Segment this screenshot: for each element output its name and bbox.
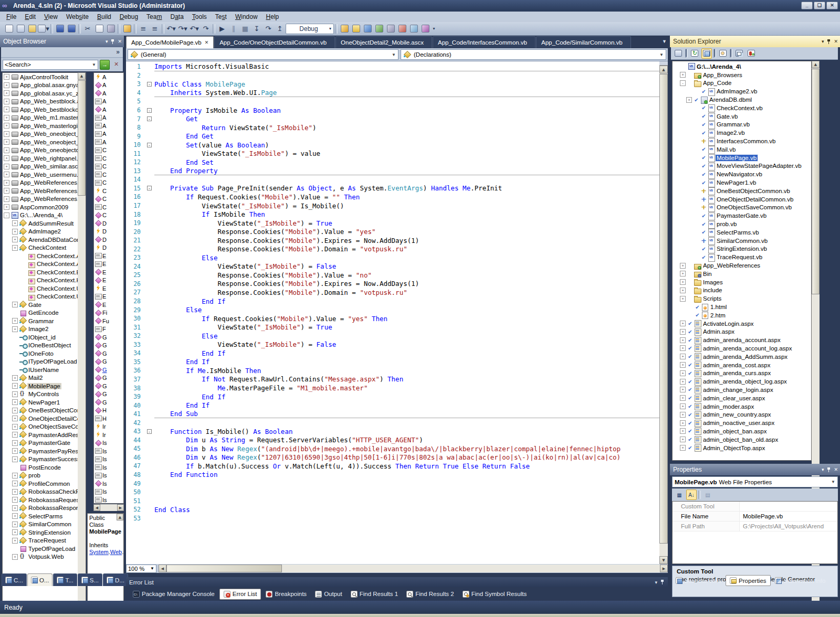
object-browser-member-item[interactable]: Fu	[94, 317, 123, 325]
object-browser-tree-item[interactable]: CheckContext.Hims	[3, 276, 86, 285]
object-browser-tree-item[interactable]: + CheckContext	[3, 244, 86, 252]
object-browser-member-item[interactable]: H	[94, 414, 123, 423]
link-system[interactable]: System	[89, 549, 109, 555]
expander-icon[interactable]	[694, 113, 699, 119]
object-browser-member-item[interactable]: D	[94, 244, 123, 252]
tool-window-tab[interactable]: Properties	[726, 575, 770, 586]
solution-explorer-item[interactable]: + admin_arenda_account.aspx	[673, 336, 811, 344]
link-ui[interactable]: UI	[123, 549, 124, 555]
object-browser-member-item[interactable]: Is	[94, 455, 123, 464]
view-code-icon[interactable]	[701, 48, 712, 59]
view-class-diagram-icon[interactable]	[718, 48, 728, 59]
properties-icon[interactable]	[673, 48, 684, 59]
code-text[interactable]: End If	[154, 358, 659, 367]
expander-icon[interactable]: -	[680, 80, 686, 86]
object-browser-member-item[interactable]: Is	[94, 496, 123, 504]
tool-window-tab[interactable]: D...	[103, 573, 128, 586]
navigate-backward-icon[interactable]: ↶▾	[188, 23, 200, 35]
object-browser-member-item[interactable]: A	[94, 122, 123, 130]
code-text[interactable]: ViewState("_IsMobile") = True	[154, 323, 659, 332]
expander-icon[interactable]	[687, 304, 693, 310]
object-browser-member-item[interactable]: E	[94, 276, 123, 285]
scroll-left-icon[interactable]: ◀	[159, 565, 166, 572]
expander-icon[interactable]: +	[680, 288, 686, 293]
expander-icon[interactable]: +	[680, 337, 686, 343]
expander-icon[interactable]: +	[680, 329, 686, 335]
solution-explorer-toolbar-button[interactable]	[713, 49, 716, 58]
members-dropdown[interactable]: (Declarations) ▼	[401, 49, 666, 60]
expander-icon[interactable]	[674, 63, 679, 69]
expander-icon[interactable]: +	[680, 403, 686, 409]
solution-explorer-item[interactable]: + admin_new_country.aspx	[673, 410, 811, 419]
expander-icon[interactable]	[694, 188, 699, 194]
zoom-level-dropdown[interactable]: 100 % ▼	[126, 565, 156, 573]
solution-explorer-item[interactable]: prob.vb	[673, 220, 811, 228]
object-browser-member-item[interactable]: G	[94, 398, 123, 407]
expander-icon[interactable]: +	[680, 420, 686, 426]
alphabetical-sort-icon[interactable]: A↓	[686, 490, 697, 500]
object-browser-tree-item[interactable]: + AjaxControlToolkit	[3, 73, 86, 81]
properties-window-icon[interactable]	[350, 23, 362, 35]
object-browser-tree-item[interactable]: + Image2	[3, 325, 86, 334]
expander-icon[interactable]	[20, 285, 26, 291]
code-text[interactable]: Function Is_Mobile() As Boolean	[154, 427, 659, 436]
paste-icon[interactable]	[105, 23, 117, 35]
code-text[interactable]: Me.MasterPageFile = "M1_mobile.master"	[154, 384, 659, 392]
menu-item[interactable]: Window	[231, 12, 262, 22]
object-browser-tree-item[interactable]: + App_Web_similar.ascx.	[3, 163, 86, 171]
code-text[interactable]: Response.Cookies("Mobile").Domain = "vot…	[154, 244, 659, 253]
expander-icon[interactable]: +	[4, 172, 9, 177]
solution-explorer-item[interactable]: + Bin	[673, 270, 811, 278]
tool-window-tab[interactable]: Find Results 1	[347, 589, 402, 600]
expander-icon[interactable]: +	[12, 529, 18, 535]
object-browser-member-item[interactable]: D	[94, 228, 123, 236]
code-text[interactable]: ViewState("_IsMobile") = False	[154, 262, 659, 271]
code-text[interactable]: Response.Cookies("Mobile").Expires = Now…	[154, 280, 659, 289]
object-browser-member-item[interactable]: E	[94, 268, 123, 276]
menu-item[interactable]: Debug	[116, 12, 142, 22]
solution-explorer-item[interactable]: Image2.vb	[673, 129, 811, 137]
expander-icon[interactable]: +	[680, 362, 686, 368]
tool-window-tab[interactable]: T...	[53, 573, 77, 586]
solution-explorer-toolbar-button[interactable]	[730, 49, 732, 58]
expander-icon[interactable]: +	[4, 180, 9, 186]
find-symbol-icon[interactable]	[339, 23, 350, 35]
solution-explorer-item[interactable]: NewNavigator.vb	[673, 170, 811, 178]
code-text[interactable]	[154, 514, 659, 523]
new-item-icon[interactable]	[3, 23, 15, 35]
expander-icon[interactable]: +	[12, 456, 18, 462]
outlining-marker[interactable]: -	[147, 429, 152, 434]
expander-icon[interactable]: +	[680, 445, 686, 451]
expander-icon[interactable]: +	[12, 448, 18, 454]
object-browser-member-item[interactable]: C	[94, 187, 123, 195]
expander-icon[interactable]: +	[12, 538, 18, 544]
menu-item[interactable]: File	[2, 12, 20, 22]
expander-icon[interactable]	[12, 310, 18, 316]
object-browser-icon[interactable]	[362, 23, 373, 35]
solution-explorer-item[interactable]: OneObjectDetailCommon.vb	[673, 195, 811, 204]
code-area[interactable]: 1 Imports Microsoft.VisualBasic 2 3 - Pu…	[126, 61, 659, 564]
code-text[interactable]: End If	[154, 401, 659, 410]
scroll-up-icon[interactable]: ▲	[659, 66, 668, 73]
menu-item[interactable]: Tools	[188, 12, 211, 22]
code-text[interactable]: End Class	[154, 505, 659, 514]
object-browser-member-item[interactable]: G	[94, 382, 123, 390]
search-go-button[interactable]: →	[100, 60, 110, 70]
property-value[interactable]: MobilePage.vb	[740, 513, 837, 519]
object-browser-member-item[interactable]: F	[94, 325, 123, 334]
document-tab[interactable]: App_Code/SimilarCommon.vb	[536, 36, 631, 48]
object-browser-tree-item[interactable]: IObject_id	[3, 333, 86, 342]
expander-icon[interactable]	[694, 246, 699, 252]
editor-vscrollbar[interactable]: ▲ ▼	[659, 61, 668, 564]
object-browser-tree-item[interactable]: + PaymasterSuccessF	[3, 455, 86, 464]
solution-explorer-item[interactable]: + admin_change_login.aspx	[673, 386, 811, 394]
expander-icon[interactable]	[687, 312, 693, 318]
object-browser-tree-item[interactable]: + PaymasterAddResu	[3, 431, 86, 439]
object-browser-member-item[interactable]: Is	[94, 439, 123, 448]
object-browser-tree-item[interactable]: + prob	[3, 472, 86, 480]
object-browser-member-item[interactable]: A	[94, 114, 123, 122]
document-tab[interactable]: App_Code/OneObjectDetailCommon.vb	[214, 36, 335, 48]
start-debugging-icon[interactable]: ▶	[216, 23, 228, 35]
object-browser-tree-item[interactable]: + Votpusk.Web	[3, 553, 86, 561]
add-item-icon[interactable]: ▾	[38, 23, 49, 35]
